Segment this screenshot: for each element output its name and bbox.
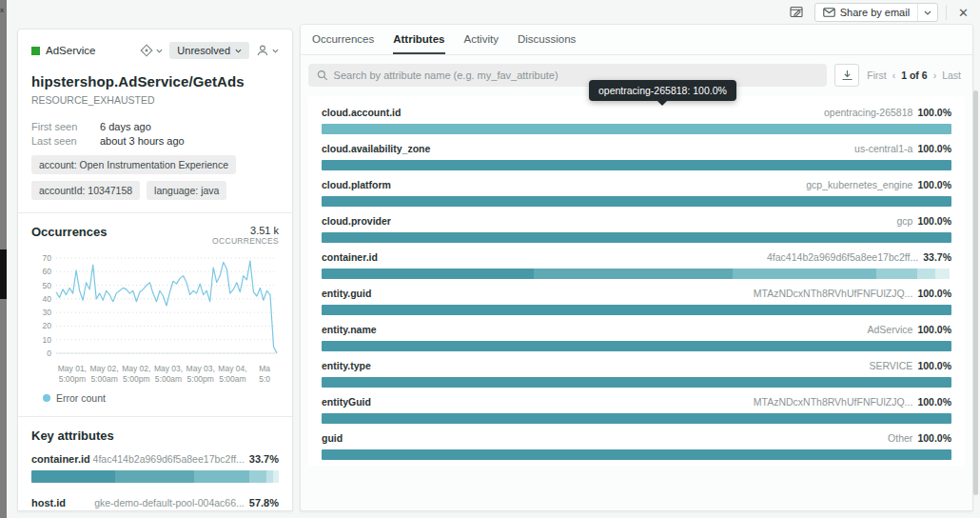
svg-text:60: 60 (43, 267, 52, 276)
attribute-row: cloud.platformgcp_kubernetes_engine100.0… (308, 170, 965, 207)
attribute-row: entityGuidMTAzNDcxNTh8RVhUfFNFUlZJQ...10… (308, 388, 965, 424)
bar-segment (115, 470, 194, 483)
attribute-distribution-bar[interactable] (322, 160, 951, 170)
x-tick-label: May 03,5:00am (152, 364, 185, 384)
attribute-row-header: entity.typeSERVICE100.0% (322, 360, 951, 371)
x-tick-label: May 02,5:00am (88, 364, 121, 384)
meta-label: First seen (31, 121, 100, 132)
attribute-name: entity.guid (322, 288, 371, 299)
attribute-percent: 100.0% (917, 215, 951, 227)
attribute-distribution-bar[interactable] (322, 449, 951, 460)
attribute-distribution-bar[interactable] (322, 377, 951, 388)
chevron-down-icon (235, 49, 242, 53)
meta-row: First seen6 days ago (31, 121, 279, 132)
attribute-distribution-bar[interactable] (322, 269, 951, 279)
attribute-distribution-bar[interactable] (322, 413, 951, 424)
svg-text:70: 70 (43, 253, 52, 263)
attribute-distribution-bar[interactable] (31, 470, 279, 483)
bar-segment (876, 269, 917, 279)
section-divider (18, 212, 292, 213)
assignee-selector[interactable] (256, 44, 279, 57)
attribute-value: 4fac414b2a969d6f5a8ee17bc2ff... (767, 251, 918, 263)
priority-diamond-icon (140, 44, 153, 57)
status-label: Unresolved (177, 45, 230, 56)
bar-segment (322, 269, 534, 279)
attribute-name: container.id (31, 453, 90, 465)
tab-activity[interactable]: Activity (464, 33, 499, 54)
attribute-distribution-bar[interactable] (322, 196, 951, 207)
meta-value: about 3 hours ago (100, 135, 185, 147)
attribute-value: gke-demo-default-pool-004ac66... (94, 497, 245, 508)
attribute-row: container.id4fac414b2a969d6f5a8ee17bc2ff… (308, 243, 965, 279)
attribute-percent: 100.0% (917, 143, 951, 154)
bar-segment (322, 341, 951, 351)
attribute-value: AdService (868, 324, 913, 335)
search-input[interactable] (334, 70, 819, 81)
attribute-value: MTAzNDcxNTh8RVhUfFNFUlZJQ... (754, 288, 913, 299)
share-by-email-button[interactable]: Share by email (814, 3, 938, 22)
key-attribute-header: container.id4fac414b2a969d6f5a8ee17bc2ff… (31, 453, 279, 465)
tab-attributes[interactable]: Attributes (393, 33, 444, 54)
attribute-row-header: entityGuidMTAzNDcxNTh8RVhUfFNFUlZJQ...10… (322, 396, 951, 408)
tab-discussions[interactable]: Discussions (518, 33, 576, 54)
search-icon (317, 70, 328, 81)
meta-row: Last seenabout 3 hours ago (31, 135, 279, 147)
attribute-distribution-bar[interactable] (322, 305, 951, 315)
attribute-value: 4fac414b2a969d6f5a8ee17bc2ff... (93, 453, 245, 465)
bar-segment (322, 377, 951, 388)
bar-segment (249, 470, 266, 483)
attribute-distribution-bar[interactable] (322, 232, 951, 243)
chevron-down-icon (272, 49, 279, 53)
legend-label[interactable]: Error count (56, 392, 106, 404)
occurrences-chart[interactable]: 010203040506070 May 01,5:00pmMay 02,5:00… (31, 253, 279, 404)
bar-segment (935, 269, 950, 279)
pagination-first[interactable]: First (867, 70, 886, 81)
error-summary-panel: AdService Unresolved hipstershop.AdServi… (17, 29, 293, 511)
download-icon (841, 70, 853, 82)
key-attribute-header: host.idgke-demo-default-pool-004ac66...5… (31, 497, 279, 508)
service-name[interactable]: AdService (46, 45, 95, 56)
attribute-distribution-bar[interactable] (322, 124, 951, 134)
bar-segment (322, 413, 951, 424)
attribute-row: cloud.account.idopentracing-265818100.0% (308, 98, 965, 134)
attribute-value: us-central1-a (854, 143, 912, 154)
x-tick-label: May 03,5:00pm (185, 364, 217, 384)
pagination-next[interactable]: › (933, 70, 937, 81)
attribute-distribution-bar[interactable] (322, 341, 951, 351)
attribute-percent: 100.0% (917, 324, 951, 335)
section-divider (18, 416, 292, 417)
scrollbar-thumb[interactable] (973, 90, 978, 495)
bar-segment (322, 449, 951, 460)
x-tick-label: May 04,5:00am (217, 364, 249, 384)
chevron-down-icon (924, 10, 931, 15)
tag-pill: language: java (147, 181, 226, 200)
pagination-prev[interactable]: ‹ (892, 70, 896, 81)
feedback-icon[interactable] (788, 3, 807, 22)
attribute-search[interactable] (308, 64, 827, 87)
pagination-last[interactable]: Last (942, 70, 961, 81)
bar-segment (733, 269, 875, 279)
bar-segment (273, 470, 279, 483)
attribute-value: gcp_kubernetes_engine (806, 179, 912, 190)
bar-segment (194, 470, 250, 483)
attribute-row-header: guidOther100.0% (322, 432, 951, 444)
svg-text:30: 30 (43, 308, 52, 317)
share-dropdown-toggle[interactable] (917, 4, 937, 21)
attribute-percent: 100.0% (917, 360, 951, 371)
x-tick-label: Ma5:0 (248, 364, 281, 384)
key-attributes-list: container.id4fac414b2a969d6f5a8ee17bc2ff… (31, 453, 279, 511)
attribute-row-header: container.id4fac414b2a969d6f5a8ee17bc2ff… (322, 251, 951, 263)
x-tick-label: May 02,5:00pm (120, 364, 152, 384)
attribute-row-header: entity.nameAdService100.0% (322, 324, 951, 335)
occurrences-line-chart[interactable]: 010203040506070 (31, 253, 281, 360)
tag-pill: account: Open Instrumentation Experience (31, 155, 236, 174)
tab-occurrences[interactable]: Occurrences (312, 33, 374, 54)
bar-segment (534, 269, 733, 279)
download-button[interactable] (834, 64, 859, 87)
priority-selector[interactable] (140, 44, 163, 57)
attribute-name: entityGuid (322, 396, 371, 408)
attribute-name: entity.name (322, 324, 377, 335)
attribute-row-header: cloud.availability_zoneus-central1-a100.… (322, 143, 951, 154)
status-dropdown[interactable]: Unresolved (169, 42, 249, 59)
close-icon[interactable]: ✕ (954, 6, 972, 20)
